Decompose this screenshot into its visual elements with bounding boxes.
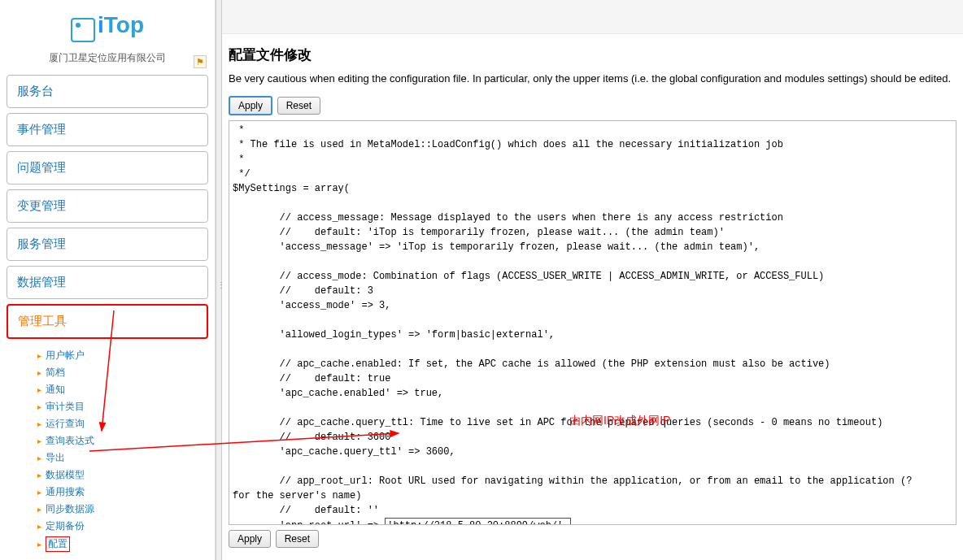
submenu-audit[interactable]: 审计类目 [37,398,208,415]
submenu-backup[interactable]: 定期备份 [37,518,208,535]
logo[interactable]: iTop [0,0,215,46]
submenu-notifications[interactable]: 通知 [37,381,208,398]
submenu-export[interactable]: 导出 [37,449,208,467]
sidebar: iTop 厦门卫星定位应用有限公司 ⚑ 服务台 事件管理 问题管理 变更管理 服… [0,0,216,560]
menu-data[interactable]: 数据管理 [7,266,208,299]
menu-label: 服务管理 [7,228,207,260]
warning-text: Be very cautious when editing the config… [222,72,963,93]
menu-incident[interactable]: 事件管理 [7,113,208,146]
submenu-data-model[interactable]: 数据模型 [37,467,208,484]
button-bar-bottom: Apply Reset [222,527,963,551]
logo-letter-top: Top [104,12,144,37]
reset-button[interactable]: Reset [277,97,320,115]
menu-label: 管理工具 [8,306,207,337]
splitter[interactable] [216,0,222,560]
button-bar-top: Apply Reset [222,93,963,119]
apply-button-bottom[interactable]: Apply [229,530,271,548]
top-bar [222,0,963,34]
pin-icon[interactable]: ⚑ [194,55,207,68]
logo-letter-i: i [98,12,104,37]
submenu-user-accounts[interactable]: 用户帐户 [37,347,208,364]
apply-button[interactable]: Apply [229,96,272,115]
config-editor[interactable]: * * The file is used in MetaModel::LoadC… [229,120,956,525]
menu-label: 变更管理 [7,190,207,222]
menu-label: 服务台 [7,76,207,107]
submenu-sync-datasource[interactable]: 同步数据源 [37,501,208,518]
menu-admin-tools[interactable]: 管理工具 [7,304,208,339]
menu-service-desk[interactable]: 服务台 [7,75,208,108]
menu-change[interactable]: 变更管理 [7,189,208,223]
main-menu: 服务台 事件管理 问题管理 变更管理 服务管理 数据管理 管理工具 用户帐户 简… [0,75,215,560]
page-title: 配置文件修改 [222,34,963,72]
menu-service[interactable]: 服务管理 [7,228,208,261]
logo-icon [71,18,95,42]
submenu-config[interactable]: 配置 [37,535,208,553]
reset-button-bottom[interactable]: Reset [276,530,319,548]
submenu-admin: 用户帐户 简档 通知 审计类目 运行查询 查询表达式 导出 数据模型 通用搜索 … [7,344,208,560]
submenu-profiles[interactable]: 简档 [37,364,208,381]
main-content: 配置文件修改 Be very cautious when editing the… [222,0,963,560]
submenu-universal-search[interactable]: 通用搜索 [37,484,208,501]
menu-label: 问题管理 [7,152,207,184]
menu-label: 事件管理 [7,114,207,145]
submenu-run-query[interactable]: 运行查询 [37,415,208,432]
company-name: 厦门卫星定位应用有限公司 [0,46,215,75]
annotation-text: 由内网IP改成外网IP [569,414,670,428]
menu-label: 数据管理 [7,267,207,298]
submenu-query-expr[interactable]: 查询表达式 [37,432,208,449]
menu-problem[interactable]: 问题管理 [7,151,208,184]
